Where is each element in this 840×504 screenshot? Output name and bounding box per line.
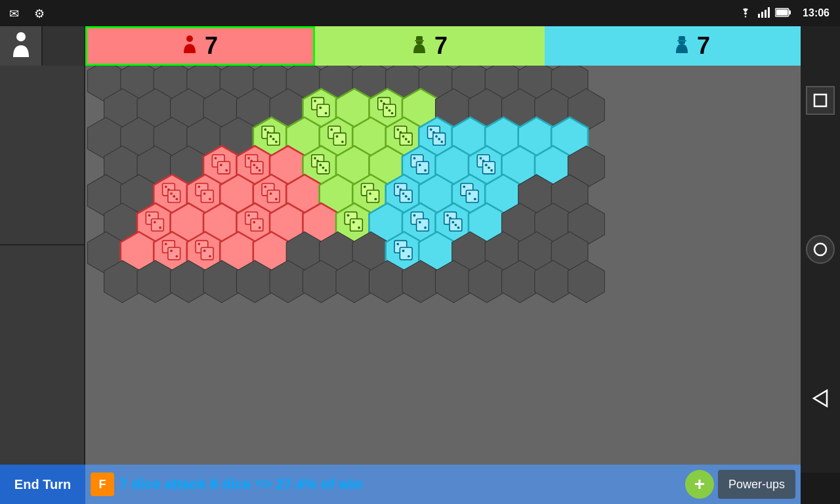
svg-point-126 bbox=[396, 186, 399, 188]
svg-point-144 bbox=[159, 226, 161, 229]
svg-rect-136 bbox=[466, 190, 478, 203]
circle-button[interactable] bbox=[806, 235, 835, 264]
left-sidebar bbox=[0, 66, 85, 465]
hex-canvas bbox=[85, 66, 801, 465]
svg-rect-186 bbox=[400, 247, 412, 260]
svg-point-52 bbox=[402, 135, 405, 138]
f-badge: F bbox=[91, 472, 114, 496]
svg-point-62 bbox=[440, 140, 443, 143]
svg-point-155 bbox=[352, 221, 355, 224]
svg-rect-148 bbox=[251, 219, 263, 231]
svg-point-134 bbox=[463, 186, 465, 188]
game-area bbox=[0, 66, 801, 465]
end-turn-button[interactable]: End Turn bbox=[0, 465, 85, 504]
svg-rect-15 bbox=[814, 94, 826, 106]
svg-point-112 bbox=[209, 198, 211, 200]
player-1-icon bbox=[182, 35, 197, 57]
svg-point-48 bbox=[396, 129, 399, 131]
sidebar-bottom bbox=[0, 245, 84, 465]
svg-point-84 bbox=[325, 169, 327, 172]
svg-point-16 bbox=[814, 243, 826, 255]
svg-point-78 bbox=[314, 157, 316, 159]
svg-point-132 bbox=[408, 198, 410, 200]
svg-point-104 bbox=[170, 192, 173, 195]
svg-point-131 bbox=[405, 195, 408, 198]
svg-rect-160 bbox=[417, 219, 429, 231]
svg-rect-44 bbox=[333, 133, 346, 146]
wifi-icon bbox=[738, 7, 753, 20]
svg-point-178 bbox=[198, 243, 200, 245]
svg-point-54 bbox=[408, 140, 410, 143]
svg-point-175 bbox=[170, 249, 173, 252]
svg-point-100 bbox=[165, 186, 167, 188]
svg-rect-116 bbox=[267, 190, 280, 203]
svg-point-39 bbox=[272, 138, 275, 140]
svg-rect-154 bbox=[350, 219, 363, 231]
svg-point-38 bbox=[270, 135, 272, 138]
svg-point-61 bbox=[438, 138, 440, 140]
powerups-button[interactable]: Power-ups bbox=[718, 470, 795, 499]
svg-rect-0 bbox=[758, 14, 760, 18]
status-message: 7 dice attack 8 dice => 27.4% of win bbox=[119, 476, 681, 493]
svg-point-111 bbox=[203, 192, 206, 195]
svg-point-130 bbox=[402, 192, 405, 195]
svg-point-82 bbox=[319, 164, 322, 167]
player-2-icon bbox=[412, 35, 427, 57]
back-button[interactable] bbox=[806, 384, 835, 413]
svg-point-120 bbox=[364, 186, 366, 188]
svg-point-172 bbox=[165, 243, 167, 245]
svg-point-8 bbox=[186, 35, 193, 42]
svg-rect-142 bbox=[152, 219, 164, 231]
svg-point-34 bbox=[264, 129, 266, 131]
svg-rect-2 bbox=[765, 10, 766, 18]
svg-point-89 bbox=[419, 164, 421, 167]
svg-point-90 bbox=[424, 169, 427, 172]
svg-point-53 bbox=[405, 138, 408, 140]
square-button[interactable] bbox=[806, 86, 835, 115]
svg-point-146 bbox=[247, 214, 250, 217]
svg-point-181 bbox=[203, 249, 206, 252]
svg-point-67 bbox=[220, 164, 222, 167]
sidebar-top bbox=[0, 66, 84, 245]
svg-point-106 bbox=[176, 198, 178, 200]
player-2-bar: 7 bbox=[315, 26, 545, 66]
svg-point-60 bbox=[435, 135, 438, 138]
svg-point-123 bbox=[369, 192, 371, 195]
side-nav bbox=[801, 26, 840, 472]
svg-point-26 bbox=[380, 100, 383, 102]
svg-rect-1 bbox=[761, 12, 763, 18]
player-1-bar: 7 bbox=[85, 26, 315, 66]
svg-point-64 bbox=[215, 157, 217, 159]
svg-point-176 bbox=[176, 255, 178, 258]
svg-marker-17 bbox=[814, 390, 827, 406]
svg-point-161 bbox=[419, 221, 421, 224]
svg-point-83 bbox=[322, 167, 325, 169]
player-3-icon bbox=[675, 35, 689, 57]
svg-point-143 bbox=[154, 221, 156, 224]
svg-rect-3 bbox=[768, 7, 770, 18]
svg-rect-5 bbox=[789, 10, 791, 14]
svg-point-24 bbox=[325, 112, 327, 115]
player-area: 7 7 7 bbox=[0, 26, 840, 66]
svg-rect-180 bbox=[201, 247, 213, 260]
svg-point-137 bbox=[469, 192, 471, 195]
svg-point-168 bbox=[452, 221, 454, 224]
svg-point-75 bbox=[256, 167, 259, 169]
svg-point-182 bbox=[209, 255, 211, 258]
svg-point-92 bbox=[480, 157, 482, 159]
svg-rect-6 bbox=[776, 9, 788, 15]
svg-point-31 bbox=[388, 109, 391, 112]
svg-point-169 bbox=[455, 224, 457, 226]
svg-point-30 bbox=[385, 106, 388, 109]
player-3-score: 7 bbox=[697, 32, 710, 60]
svg-rect-122 bbox=[367, 190, 379, 203]
svg-rect-110 bbox=[201, 190, 213, 203]
svg-point-56 bbox=[430, 129, 432, 131]
svg-point-96 bbox=[485, 164, 488, 167]
plus-button[interactable]: + bbox=[685, 470, 714, 499]
svg-point-23 bbox=[319, 106, 322, 109]
svg-point-156 bbox=[358, 226, 360, 229]
svg-point-118 bbox=[275, 198, 278, 200]
svg-point-184 bbox=[396, 243, 399, 245]
svg-point-114 bbox=[264, 186, 266, 188]
